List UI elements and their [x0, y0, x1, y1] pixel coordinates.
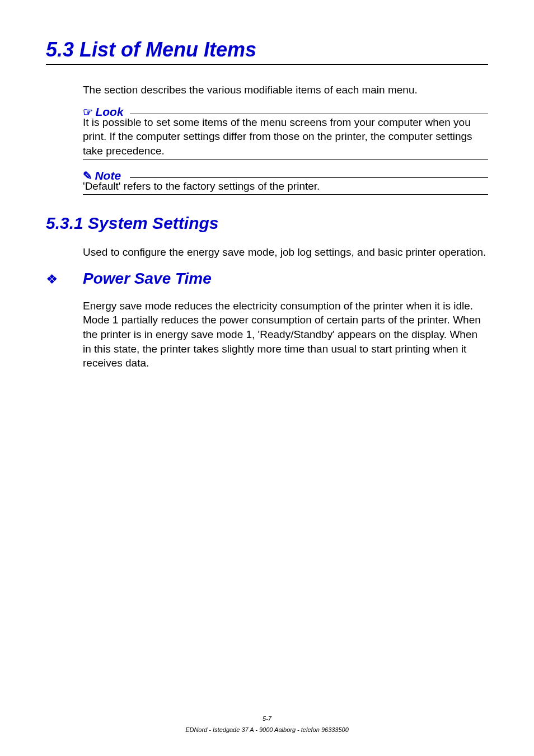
note-callout: ✎ Note 'Default' refers to the factory s…	[83, 169, 488, 195]
subsection-header: ❖ Power Save Time	[46, 270, 488, 288]
look-top-rule	[130, 114, 488, 114]
intro-paragraph: The section describes the various modifi…	[83, 83, 488, 97]
note-top-rule	[130, 177, 488, 178]
subsection-body: Energy save mode reduces the electricity…	[83, 299, 488, 370]
page-number: 5-7	[0, 713, 534, 725]
section-intro: Used to configure the energy save mode, …	[83, 245, 488, 260]
chapter-title: 5.3 List of Menu Items	[46, 38, 488, 62]
subsection-title: Power Save Time	[83, 270, 212, 288]
pencil-icon: ✎	[83, 170, 92, 182]
note-label: Note	[95, 169, 121, 182]
look-body: It is possible to set some items of the …	[83, 114, 488, 159]
hand-point-icon: ☞	[83, 106, 93, 118]
chapter-title-underline	[46, 64, 488, 65]
diamond-bullet-icon: ❖	[46, 271, 83, 287]
note-bottom-rule	[83, 194, 488, 195]
page-footer: 5-7 EDNord - Istedgade 37 A - 9000 Aalbo…	[0, 713, 534, 736]
look-label: Look	[95, 105, 123, 118]
look-callout: ☞ Look It is possible to set some items …	[83, 105, 488, 160]
footer-address: EDNord - Istedgade 37 A - 9000 Aalborg -…	[0, 725, 534, 736]
section-title: 5.3.1 System Settings	[46, 214, 488, 233]
look-bottom-rule	[83, 159, 488, 160]
